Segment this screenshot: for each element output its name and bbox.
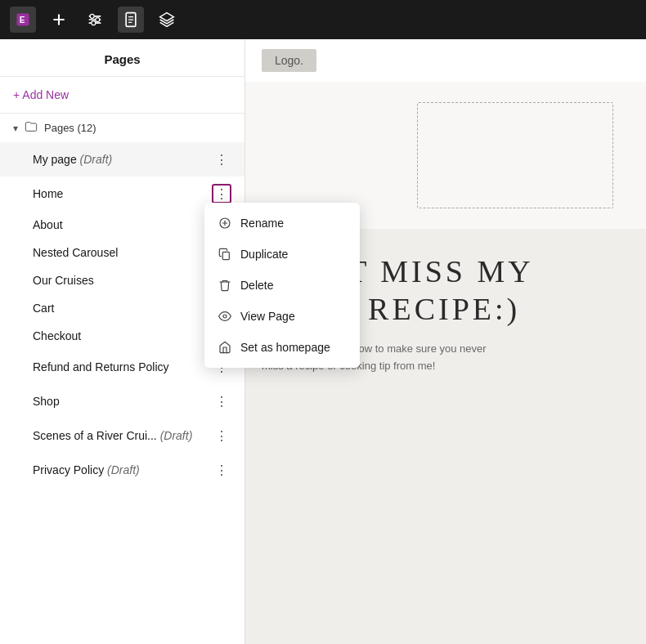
add-icon[interactable]: [46, 7, 72, 33]
page-item-label: Cart: [33, 302, 231, 315]
chevron-down-icon: ▾: [13, 123, 18, 134]
page-item-dots-button[interactable]: ⋮: [212, 426, 231, 445]
draft-badge: (Draft): [80, 153, 113, 166]
folder-icon: [25, 120, 38, 136]
elementor-logo-icon[interactable]: E: [10, 7, 36, 33]
pages-group-label: Pages (12): [44, 122, 96, 134]
context-menu: Rename Duplicate Delete: [204, 203, 360, 368]
page-item-label: Privacy Policy (Draft): [33, 463, 212, 476]
context-menu-rename[interactable]: Rename: [204, 208, 360, 239]
page-item[interactable]: Privacy Policy (Draft) ⋮: [0, 453, 244, 487]
page-item-dots-highlighted-button[interactable]: ⋮: [212, 184, 231, 203]
page-item-label: Refund and Returns Policy: [33, 360, 212, 373]
view-page-label: View Page: [240, 310, 295, 323]
rename-icon: [218, 216, 232, 230]
page-item-dots-button[interactable]: ⋮: [212, 460, 231, 480]
dashed-box: [417, 102, 613, 208]
delete-icon: [218, 278, 232, 293]
svg-point-19: [223, 315, 227, 318]
context-menu-view-page[interactable]: View Page: [204, 301, 360, 332]
context-menu-duplicate[interactable]: Duplicate: [204, 239, 360, 270]
sidebar-add-new-section: + Add New: [0, 77, 244, 114]
page-item-label: Checkout: [33, 329, 231, 342]
pages-section: ▾ Pages (12) My page (Draft) ⋮ Home ⋮: [0, 114, 244, 644]
context-menu-set-homepage[interactable]: Set as homepage: [204, 332, 360, 363]
toolbar: E: [0, 0, 646, 39]
page-item-label: Our Cruises: [33, 274, 231, 287]
logo-bar: Logo.: [245, 39, 646, 82]
svg-point-7: [90, 14, 94, 18]
duplicate-label: Duplicate: [240, 248, 288, 261]
sliders-icon[interactable]: [82, 7, 108, 33]
svg-marker-14: [160, 13, 174, 21]
svg-point-8: [96, 18, 100, 22]
page-item[interactable]: My page (Draft) ⋮: [0, 142, 244, 177]
page-item-label: About: [33, 218, 231, 231]
add-new-button[interactable]: + Add New: [13, 85, 69, 105]
svg-rect-18: [222, 252, 229, 259]
set-homepage-label: Set as homepage: [240, 341, 330, 354]
page-item[interactable]: Shop ⋮: [0, 384, 244, 418]
page-item-label: My page (Draft): [33, 153, 212, 166]
svg-text:E: E: [20, 16, 25, 25]
draft-badge: (Draft): [160, 429, 193, 442]
page-item[interactable]: Scenes of a River Crui... (Draft) ⋮: [0, 418, 244, 453]
layers-icon[interactable]: [154, 7, 180, 33]
delete-label: Delete: [240, 279, 273, 292]
page-item-dots-button[interactable]: ⋮: [212, 150, 231, 169]
sidebar-header: Pages: [0, 39, 244, 77]
page-item-label: Scenes of a River Crui... (Draft): [33, 429, 212, 442]
sidebar-title: Pages: [13, 52, 231, 66]
pages-group-header[interactable]: ▾ Pages (12): [0, 114, 244, 142]
main-layout: Pages + Add New ▾ Pages (12) My page (Dr…: [0, 39, 646, 644]
logo-placeholder: Logo.: [262, 49, 316, 72]
page-item-label: Shop: [33, 395, 212, 408]
draft-badge: (Draft): [107, 463, 140, 476]
svg-point-9: [92, 21, 96, 25]
view-page-icon: [218, 309, 232, 324]
document-icon[interactable]: [118, 7, 144, 33]
home-icon: [218, 340, 232, 355]
duplicate-icon: [218, 247, 232, 262]
context-menu-delete[interactable]: Delete: [204, 270, 360, 301]
rename-label: Rename: [240, 217, 284, 230]
page-item-dots-button[interactable]: ⋮: [212, 391, 231, 411]
page-item-label: Nested Carousel: [33, 246, 231, 259]
page-item-label: Home: [33, 187, 212, 200]
